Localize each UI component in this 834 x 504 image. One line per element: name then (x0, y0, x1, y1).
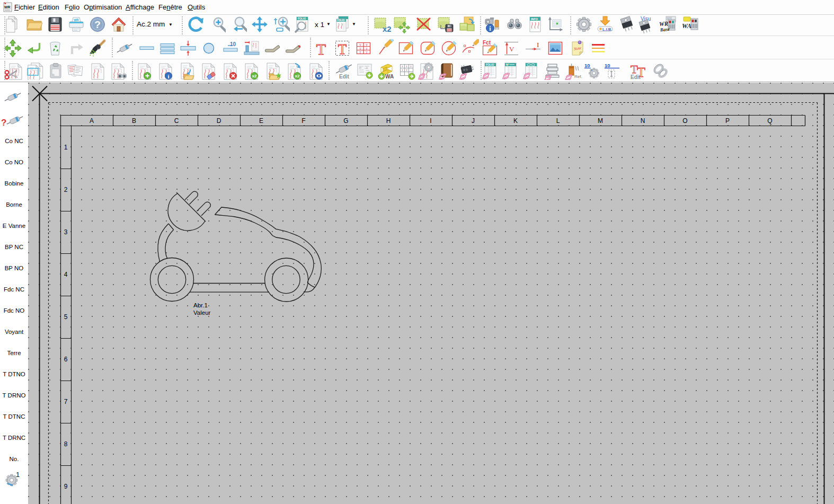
svg-text:T: T (366, 43, 368, 47)
svg-text:i: i (168, 74, 170, 79)
svg-text:T: T (359, 43, 361, 47)
svg-text:4: 4 (64, 271, 68, 278)
svg-text:I: I (430, 117, 431, 125)
svg-text:Q: Q (767, 117, 772, 125)
svg-text:M: M (598, 117, 603, 125)
svg-text:10: 10 (230, 41, 236, 47)
svg-text:FOLIO: FOLIO (338, 19, 345, 22)
svg-text:Ref.: Ref. (574, 74, 582, 79)
svg-text:G: G (343, 117, 348, 125)
svg-text:T: T (410, 65, 412, 68)
svg-text:3: 3 (64, 228, 68, 236)
svg-text:T: T (316, 40, 326, 57)
svg-text:2: 2 (64, 186, 68, 193)
svg-text:x2: x2 (252, 74, 257, 78)
svg-text:8: 8 (64, 440, 68, 448)
svg-text:INFO: INFO (531, 17, 538, 21)
svg-text:x2: x2 (295, 74, 300, 78)
svg-text:x2: x2 (383, 24, 391, 33)
svg-text:T: T (366, 47, 368, 50)
svg-text:?: ? (1, 118, 6, 128)
svg-text:Valeur: Valeur (193, 310, 211, 316)
svg-text:Edit: Edit (339, 74, 350, 79)
svg-text:T: T (406, 65, 407, 68)
svg-text:WA: WA (385, 74, 394, 79)
svg-text:?: ? (94, 19, 101, 30)
svg-text:WR: WR (4, 5, 11, 9)
svg-text:6: 6 (64, 356, 68, 363)
svg-text:P: P (725, 117, 730, 125)
svg-text:10: 10 (584, 63, 590, 68)
svg-text:C: C (174, 117, 179, 125)
svg-text:1: 1 (64, 144, 68, 151)
svg-text:B: B (132, 117, 136, 125)
svg-text:T: T (406, 69, 407, 72)
svg-text:T: T (359, 50, 361, 54)
svg-text:5: 5 (64, 313, 68, 321)
svg-text:L: L (556, 117, 560, 125)
svg-text:T: T (366, 50, 368, 54)
svg-text:FOLIO: FOLIO (486, 63, 494, 66)
svg-text:E: E (259, 117, 263, 125)
svg-text:Edit: Edit (631, 74, 641, 80)
svg-text:L.I.B.: L.I.B. (602, 27, 612, 32)
svg-text:T: T (402, 65, 403, 68)
svg-text:F: F (301, 117, 305, 125)
svg-text:Abr.1: Abr.1 (193, 302, 208, 308)
svg-text:D: D (217, 117, 221, 125)
svg-text:N°: N° (506, 63, 509, 66)
svg-text:9: 9 (64, 483, 68, 490)
svg-text:T: T (402, 69, 403, 72)
svg-text:T: T (359, 47, 361, 50)
svg-text:A: A (90, 117, 94, 125)
svg-text:T: T (338, 41, 347, 57)
svg-text:H: H (386, 117, 391, 125)
svg-text:V: V (509, 45, 514, 53)
svg-text:1: 1 (16, 471, 20, 479)
svg-text:O: O (682, 117, 687, 125)
svg-text:FOLIO: FOLIO (298, 17, 306, 20)
svg-text:I: I (537, 41, 539, 49)
svg-text:WA: WA (682, 22, 691, 30)
svg-text:N: N (641, 117, 645, 125)
svg-text:7: 7 (64, 398, 68, 405)
svg-text:10: 10 (605, 63, 610, 68)
svg-text:K: K (513, 117, 518, 125)
svg-text:Fct: Fct (483, 40, 491, 46)
svg-text:J: J (472, 117, 475, 125)
svg-text:Base: Base (660, 26, 670, 33)
